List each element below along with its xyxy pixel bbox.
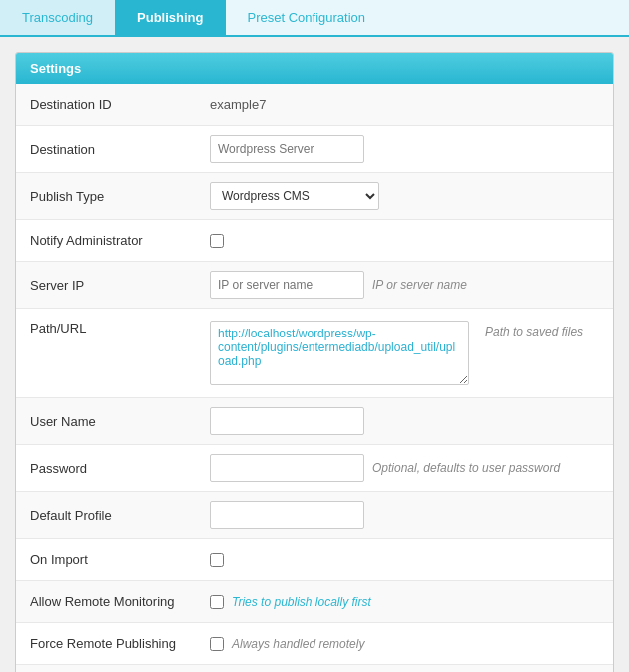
tab-publishing[interactable]: Publishing xyxy=(115,0,225,35)
row-on-import: On Import xyxy=(16,539,613,581)
value-path-url: http://localhost/wordpress/wp-content/pl… xyxy=(210,321,599,385)
value-default-profile xyxy=(210,501,599,529)
tab-preset-configuration[interactable]: Preset Configuration xyxy=(226,0,388,35)
path-url-textarea[interactable]: http://localhost/wordpress/wp-content/pl… xyxy=(210,321,469,385)
value-force-remote-publishing: Always handled remotely xyxy=(210,637,599,651)
label-password: Password xyxy=(30,461,210,476)
value-publish-type: Wordpress CMS xyxy=(210,182,599,210)
row-notify-administrator: Notify Administrator xyxy=(16,220,613,262)
row-force-remote-publishing: Force Remote Publishing Always handled r… xyxy=(16,623,613,665)
label-on-import: On Import xyxy=(30,552,210,567)
notify-administrator-checkbox[interactable] xyxy=(210,234,224,248)
value-on-import xyxy=(210,553,599,567)
label-default-profile: Default Profile xyxy=(30,508,210,523)
label-force-remote-publishing: Force Remote Publishing xyxy=(30,636,210,651)
value-server-ip: IP or server name xyxy=(210,271,599,299)
user-name-input[interactable] xyxy=(210,407,364,435)
row-publish-type: Publish Type Wordpress CMS xyxy=(16,173,613,220)
tab-transcoding[interactable]: Transcoding xyxy=(0,0,115,35)
server-ip-hint: IP or server name xyxy=(372,278,467,292)
label-allow-remote-monitoring: Allow Remote Monitoring xyxy=(30,594,210,609)
value-allow-remote-monitoring: Tries to publish locally first xyxy=(210,595,599,609)
password-hint: Optional, defaults to user password xyxy=(372,461,560,475)
force-remote-publishing-hint: Always handled remotely xyxy=(232,637,364,651)
default-profile-input[interactable] xyxy=(210,501,364,529)
label-server-ip: Server IP xyxy=(30,278,210,293)
row-destination-id: Destination ID example7 xyxy=(16,84,613,126)
allow-remote-monitoring-checkbox[interactable] xyxy=(210,595,224,609)
row-user-name: User Name xyxy=(16,398,613,445)
force-remote-publishing-checkbox[interactable] xyxy=(210,637,224,651)
row-default-profile: Default Profile xyxy=(16,492,613,539)
label-destination: Destination xyxy=(30,142,210,157)
on-import-checkbox[interactable] xyxy=(210,553,224,567)
settings-header: Settings xyxy=(16,53,613,84)
server-ip-input[interactable] xyxy=(210,271,364,299)
tab-bar: Transcoding Publishing Preset Configurat… xyxy=(0,0,629,37)
label-publish-type: Publish Type xyxy=(30,189,210,204)
publish-type-select[interactable]: Wordpress CMS xyxy=(210,182,379,210)
destination-id-text: example7 xyxy=(210,97,266,112)
value-destination-id: example7 xyxy=(210,97,599,112)
row-allow-remote-monitoring: Allow Remote Monitoring Tries to publish… xyxy=(16,581,613,623)
value-destination xyxy=(210,135,599,163)
destination-input[interactable] xyxy=(210,135,364,163)
value-password: Optional, defaults to user password xyxy=(210,454,599,482)
label-notify-administrator: Notify Administrator xyxy=(30,233,210,248)
row-bucket-catalog: Bucket / Catalog Amazon bucket xyxy=(16,665,613,672)
path-url-hint: Path to saved files xyxy=(485,321,583,338)
label-path-url: Path/URL xyxy=(30,321,210,336)
label-user-name: User Name xyxy=(30,414,210,429)
value-notify-administrator xyxy=(210,234,599,248)
row-path-url: Path/URL http://localhost/wordpress/wp-c… xyxy=(16,309,613,398)
row-server-ip: Server IP IP or server name xyxy=(16,262,613,309)
row-password: Password Optional, defaults to user pass… xyxy=(16,445,613,492)
settings-panel: Settings Destination ID example7 Destina… xyxy=(15,52,614,672)
value-user-name xyxy=(210,407,599,435)
label-destination-id: Destination ID xyxy=(30,97,210,112)
row-destination: Destination xyxy=(16,126,613,173)
allow-remote-monitoring-hint: Tries to publish locally first xyxy=(232,595,371,609)
password-input[interactable] xyxy=(210,454,364,482)
